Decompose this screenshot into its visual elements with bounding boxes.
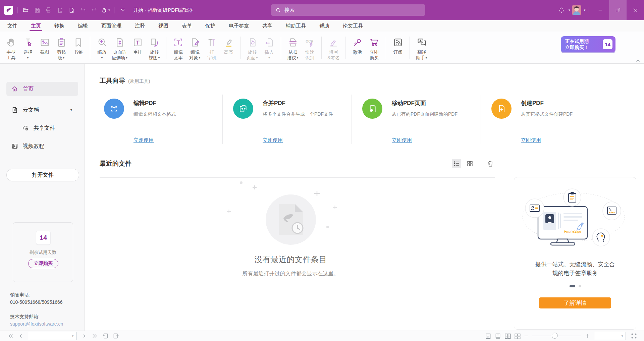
next-view-icon[interactable] <box>113 333 119 339</box>
use-now-link[interactable]: 立即使用 <box>392 137 412 144</box>
contact-info: 销售电话: 010-50951668/50951666 技术支持邮箱: supp… <box>10 291 63 328</box>
ribbon-highlight-button[interactable]: 高亮 <box>220 35 237 63</box>
ribbon-insert-button[interactable]: 插入▼ <box>261 35 277 63</box>
chevron-down-icon[interactable]: ▼ <box>70 108 73 112</box>
last-page-icon[interactable] <box>91 333 98 339</box>
sidebar-item-cloud-docs[interactable]: 云文档▼ <box>6 103 78 117</box>
ribbon-rotate-pages-button[interactable]: 旋转页面▼ <box>244 35 261 63</box>
menu-paper-tools[interactable]: 论文工具 <box>336 20 370 32</box>
new-document-icon-button[interactable] <box>66 4 77 16</box>
zoom-level-combobox[interactable]: ▼ <box>595 332 626 340</box>
restore-button[interactable] <box>609 0 627 20</box>
ribbon-typewriter-button[interactable]: 打字机 <box>203 35 220 63</box>
menu-page-manage[interactable]: 页面管理 <box>95 20 128 32</box>
tool-card-move-pdf-pages[interactable]: 移动PDF页面从已有的PDF页面创建新的PDF立即使用 <box>352 95 481 144</box>
menu-comment[interactable]: 注释 <box>128 20 152 32</box>
ribbon-snapshot-button[interactable]: 截图 <box>36 35 53 63</box>
buy-now-button[interactable]: 立即购买 <box>28 259 58 268</box>
facing-continuous-view-icon[interactable] <box>514 333 521 340</box>
learn-more-button[interactable]: 了解详情 <box>539 297 611 308</box>
menu-protect[interactable]: 保护 <box>199 20 222 32</box>
open-file-icon-button[interactable] <box>20 4 32 16</box>
continuous-view-icon[interactable] <box>494 333 501 340</box>
ribbon-from-scanner-button[interactable]: 从扫描仪▼ <box>284 35 301 63</box>
use-now-link[interactable]: 立即使用 <box>133 137 154 144</box>
carousel-dot-active[interactable] <box>570 285 575 287</box>
zoom-slider-knob[interactable] <box>552 333 558 339</box>
menu-share[interactable]: 共享 <box>256 20 279 32</box>
tool-card-edit-pdf[interactable]: 编辑PDF编辑文档和文本格式立即使用 <box>100 95 222 144</box>
close-button[interactable] <box>627 0 644 20</box>
fullscreen-icon[interactable] <box>631 333 637 339</box>
trial-badge[interactable]: 正在试用期 立即购买！ 14 <box>561 36 615 52</box>
toolbar-options-icon-button[interactable] <box>117 4 128 16</box>
menu-edit[interactable]: 编辑 <box>71 20 95 32</box>
ribbon-quick-ocr-button[interactable]: OCR快速识别 <box>301 35 318 63</box>
menu-form[interactable]: 表单 <box>175 20 199 32</box>
print-icon-button[interactable] <box>43 4 54 16</box>
ribbon-hand-tool-button[interactable]: 手型工具 <box>3 35 19 63</box>
menu-accessibility[interactable]: 辅助工具 <box>279 20 313 32</box>
ribbon-subscribe-button[interactable]: 订阅 <box>389 35 406 63</box>
first-page-icon[interactable] <box>7 333 14 339</box>
ribbon-buy-now-button[interactable]: 立即购买 <box>366 35 382 63</box>
chevron-down-icon: ▼ <box>108 9 111 12</box>
menu-home[interactable]: 主页 <box>24 20 48 32</box>
save-icon-button[interactable] <box>32 4 43 16</box>
use-now-link[interactable]: 立即使用 <box>521 137 541 144</box>
list-view-button[interactable] <box>452 159 461 168</box>
ribbon-edit-object-button[interactable]: 编辑对象▼ <box>186 35 203 63</box>
hand-tool-icon-button[interactable]: ▼ <box>100 4 111 16</box>
ribbon-zoom-button[interactable]: 缩放▼ <box>94 35 110 63</box>
minimize-button[interactable] <box>592 0 609 20</box>
ocr-icon: OCR <box>304 35 315 49</box>
menu-convert[interactable]: 转换 <box>48 20 71 32</box>
ribbon-bookmark-button[interactable]: 书签 <box>70 35 87 63</box>
open-file-button[interactable]: 打开文件 <box>6 169 79 181</box>
chevron-down-icon[interactable]: ▼ <box>583 9 586 12</box>
ribbon-translate-assistant-button[interactable]: 翻译助手▼ <box>413 35 430 63</box>
use-now-link[interactable]: 立即使用 <box>263 137 283 144</box>
tool-card-create-pdf[interactable]: 创建PDF从其它格式文件创建PDF立即使用 <box>481 95 609 144</box>
next-page-icon[interactable] <box>81 333 87 339</box>
carousel-dot[interactable] <box>579 285 581 287</box>
sidebar-item-home[interactable]: 首页 <box>6 82 78 96</box>
zoom-in-icon[interactable] <box>585 333 590 339</box>
menu-help[interactable]: 帮助 <box>313 20 336 32</box>
grid-view-button[interactable] <box>465 159 475 168</box>
ribbon-reflow-button[interactable]: 重排 <box>129 35 146 63</box>
previous-view-icon[interactable] <box>102 333 109 339</box>
page-number-combobox[interactable]: ▼ <box>29 332 76 340</box>
close-document-icon-button[interactable] <box>54 4 66 16</box>
menu-file[interactable]: 文件 <box>1 20 24 32</box>
support-email-value[interactable]: support@foxitsoftware.cn <box>10 320 63 328</box>
ribbon-edit-text-button[interactable]: 编辑文本 <box>170 35 186 63</box>
support-email-label: 技术支持邮箱: <box>10 313 63 320</box>
sidebar-item-video-tutorials[interactable]: 视频教程 <box>6 139 78 153</box>
previous-page-icon[interactable] <box>18 333 24 339</box>
ribbon-select-button[interactable]: 选择▼ <box>19 35 36 63</box>
ribbon-fit-page-options-button[interactable]: 页面适应选项▼ <box>110 35 129 63</box>
search-placeholder: 搜索 <box>284 7 294 13</box>
menu-view[interactable]: 视图 <box>152 20 175 32</box>
tool-cards: 编辑PDF编辑文档和文本格式立即使用合并PDF将多个文件合并生成一个PDF文件立… <box>100 95 644 144</box>
collapse-ribbon-icon[interactable] <box>636 59 640 62</box>
ribbon-activate-button[interactable]: 激活 <box>349 35 366 63</box>
zoom-out-icon[interactable] <box>524 333 529 339</box>
ribbon-rotate-view-button[interactable]: 旋转视图▼ <box>146 35 163 63</box>
user-avatar[interactable] <box>572 5 581 15</box>
ribbon-fill-sign-button[interactable]: 填写&签名 <box>325 35 342 63</box>
tool-card-merge-pdf[interactable]: 合并PDF将多个文件合并生成一个PDF文件立即使用 <box>222 95 352 144</box>
ribbon-clipboard-button[interactable]: 剪贴板▼ <box>53 35 70 63</box>
menu-esign[interactable]: 电子签章 <box>222 20 256 32</box>
undo-icon-button[interactable] <box>77 4 89 16</box>
clear-recent-trash-button[interactable] <box>486 159 495 168</box>
facing-view-icon[interactable] <box>504 333 511 340</box>
redo-icon-button[interactable] <box>89 4 100 16</box>
notifications-bell-icon-button[interactable] <box>556 4 567 16</box>
sidebar-item-shared-files[interactable]: 共享文件 <box>6 121 78 135</box>
single-page-view-icon[interactable] <box>485 333 492 340</box>
zoom-slider[interactable] <box>532 336 581 336</box>
chevron-down-icon[interactable]: ▼ <box>568 9 571 12</box>
search-box[interactable]: 搜索 <box>271 4 425 16</box>
